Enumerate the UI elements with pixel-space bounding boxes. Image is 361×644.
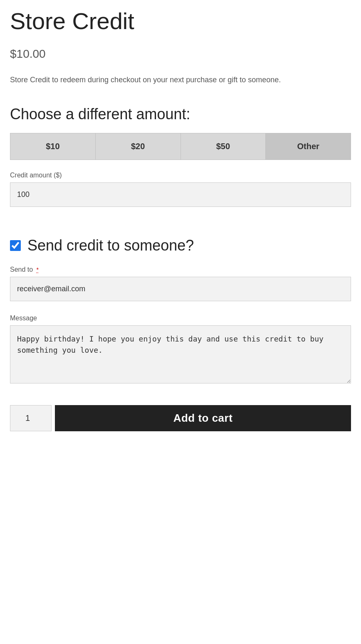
- amount-button-group: $10 $20 $50 Other: [10, 133, 351, 160]
- amount-button-20[interactable]: $20: [95, 133, 180, 160]
- choose-amount-heading: Choose a different amount:: [10, 106, 351, 123]
- amount-button-50[interactable]: $50: [180, 133, 266, 160]
- product-price: $10.00: [10, 47, 351, 61]
- credit-amount-input[interactable]: [10, 182, 351, 207]
- message-textarea[interactable]: Happy birthday! I hope you enjoy this da…: [10, 325, 351, 383]
- send-to-required-indicator: *: [37, 266, 39, 273]
- credit-amount-label: Credit amount ($): [10, 172, 351, 179]
- page-title: Store Credit: [10, 8, 351, 34]
- product-description: Store Credit to redeem during checkout o…: [10, 74, 339, 86]
- amount-button-10[interactable]: $10: [10, 133, 95, 160]
- send-credit-label: Send credit to someone?: [27, 237, 194, 254]
- send-credit-checkbox[interactable]: [10, 240, 21, 251]
- message-label: Message: [10, 315, 351, 322]
- send-credit-row: Send credit to someone?: [10, 237, 351, 254]
- send-to-label: Send to *: [10, 266, 351, 273]
- quantity-input[interactable]: [10, 405, 52, 431]
- send-to-input[interactable]: [10, 277, 351, 301]
- bottom-row: Add to cart: [10, 405, 351, 431]
- amount-button-other[interactable]: Other: [265, 133, 351, 160]
- add-to-cart-button[interactable]: Add to cart: [55, 405, 351, 431]
